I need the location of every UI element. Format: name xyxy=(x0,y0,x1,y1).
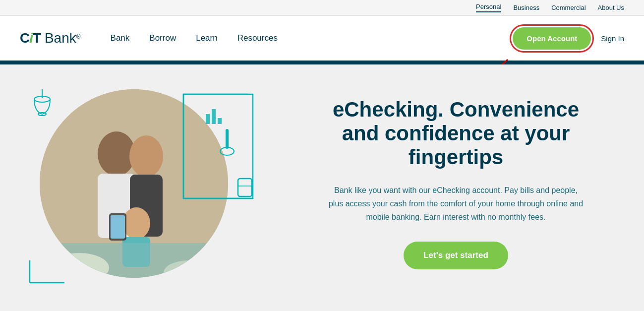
nav-resources[interactable]: Resources xyxy=(237,33,278,43)
main-nav: CiT Bank ® Bank Borrow Learn Resources O… xyxy=(0,16,644,61)
svg-rect-22 xyxy=(212,109,216,124)
nav-bank[interactable]: Bank xyxy=(111,33,130,43)
utility-business[interactable]: Business xyxy=(513,4,539,11)
utility-about[interactable]: About Us xyxy=(598,4,624,11)
deco-lines xyxy=(0,64,278,303)
nav-right: Open Account Sign In xyxy=(513,27,624,50)
utility-bar: Personal Business Commercial About Us xyxy=(0,0,644,16)
svg-rect-26 xyxy=(238,179,252,196)
logo-cit-text: CiT xyxy=(20,30,41,46)
hero-section: eChecking. Convenience and confidence at… xyxy=(0,64,644,303)
hero-heading: eChecking. Convenience and confidence at… xyxy=(317,98,595,170)
nav-bottom-border xyxy=(0,61,644,64)
logo-bank-text: Bank xyxy=(41,30,76,46)
nav-links: Bank Borrow Learn Resources xyxy=(111,33,513,43)
svg-rect-21 xyxy=(206,114,210,124)
open-account-button[interactable]: Open Account xyxy=(513,27,591,50)
get-started-button[interactable]: Let's get started xyxy=(404,242,508,269)
utility-personal[interactable]: Personal xyxy=(476,3,501,12)
svg-rect-24 xyxy=(226,129,229,149)
nav-learn[interactable]: Learn xyxy=(196,33,217,43)
sign-in-link[interactable]: Sign In xyxy=(601,34,624,43)
nav-borrow[interactable]: Borrow xyxy=(149,33,176,43)
hero-subtext: Bank like you want with our eChecking ac… xyxy=(327,184,585,224)
logo[interactable]: CiT Bank ® xyxy=(20,30,81,46)
utility-commercial[interactable]: Commercial xyxy=(551,4,585,11)
svg-rect-23 xyxy=(218,118,222,124)
hero-text: eChecking. Convenience and confidence at… xyxy=(278,68,644,299)
svg-rect-17 xyxy=(183,94,253,198)
hero-image-area xyxy=(0,64,278,303)
logo-reg-mark: ® xyxy=(76,33,81,40)
